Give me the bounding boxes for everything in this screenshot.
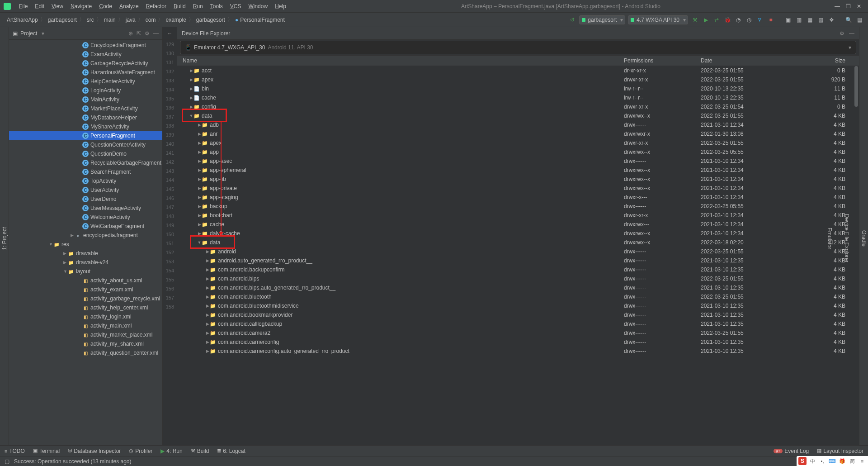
breadcrumb-ArtShareApp[interactable]: ArtShareApp bbox=[5, 17, 40, 23]
expand-arrow-icon[interactable]: ▶ bbox=[205, 340, 210, 344]
hide-icon[interactable]: — bbox=[153, 30, 159, 37]
expand-arrow-icon[interactable]: ▶ bbox=[197, 150, 202, 154]
breadcrumb-java[interactable]: java bbox=[123, 17, 138, 23]
sync-icon[interactable]: ↺ bbox=[568, 16, 576, 24]
tab-event-log[interactable]: 9+ Event Log bbox=[774, 448, 809, 454]
expand-arrow-icon[interactable]: ▶ bbox=[205, 322, 210, 326]
close-button[interactable]: ✕ bbox=[854, 3, 864, 10]
file-row-com.android.camera2[interactable]: ▶📁com.android.camera2drwx------2022-03-2… bbox=[177, 328, 859, 338]
menu-edit[interactable]: Edit bbox=[31, 3, 48, 10]
tree-item-layout[interactable]: ▼📁layout bbox=[9, 267, 162, 276]
tree-item-HazardousWasteFragment[interactable]: CHazardousWasteFragment bbox=[9, 68, 162, 77]
col-perm[interactable]: Permissions bbox=[624, 57, 701, 64]
menu-analyze[interactable]: Analyze bbox=[116, 3, 142, 10]
tree-item-activity_login.xml[interactable]: ◧activity_login.xml bbox=[9, 312, 162, 321]
run-config-select[interactable]: garbagesort bbox=[579, 15, 625, 24]
scrollbar-thumb[interactable] bbox=[854, 66, 858, 107]
tree-item-SearchFragment[interactable]: CSearchFragment bbox=[9, 167, 162, 176]
tree-item-res[interactable]: ▼📁res bbox=[9, 240, 162, 249]
expand-arrow-icon[interactable]: ▼ bbox=[189, 114, 193, 118]
expand-arrow-icon[interactable]: ▶ bbox=[197, 177, 202, 181]
tree-item-HelpCenterActivity[interactable]: CHelpCenterActivity bbox=[9, 77, 162, 86]
file-row-cache[interactable]: ▶📄cachelrw-r--r--2020-10-13 22:3511 B bbox=[177, 93, 859, 102]
theme-icon[interactable]: ❖ bbox=[827, 16, 835, 24]
maximize-button[interactable]: ❐ bbox=[843, 3, 854, 10]
expand-arrow-icon[interactable]: ▶ bbox=[189, 68, 193, 73]
tree-item-EncyclopediaFragment[interactable]: CEncyclopediaFragment bbox=[9, 41, 162, 50]
ime-bar[interactable]: S 中 •, ⌨ 🎁 简 ≡ bbox=[797, 456, 868, 466]
tree-item-QuestionCenterActivity[interactable]: CQuestionCenterActivity bbox=[9, 140, 162, 149]
tree-item-PersonalFragment[interactable]: CPersonalFragment bbox=[9, 131, 162, 140]
expand-arrow-icon[interactable]: ▶ bbox=[189, 86, 193, 91]
tree-item-activity_question_center.xml[interactable]: ◧activity_question_center.xml bbox=[9, 348, 162, 357]
file-row-app-private[interactable]: ▶📁app-privatedrwxrwx--x2021-03-10 12:344… bbox=[177, 184, 859, 193]
profiler-icon[interactable]: ◷ bbox=[745, 16, 753, 24]
project-tree[interactable]: CEncyclopediaFragmentCExamActivityCGarba… bbox=[9, 40, 162, 445]
expand-arrow-icon[interactable]: ▶ bbox=[205, 331, 210, 335]
debug-icon[interactable]: 🐞 bbox=[723, 16, 731, 24]
ime-punct[interactable]: •, bbox=[818, 457, 826, 465]
tab-project[interactable]: 1: Project bbox=[0, 224, 9, 253]
expand-arrow-icon[interactable]: ▼ bbox=[197, 240, 202, 245]
expand-arrow-icon[interactable]: ▶ bbox=[197, 213, 202, 218]
settings-icon[interactable]: ▤ bbox=[855, 16, 863, 24]
run-icon[interactable]: ▶ bbox=[702, 16, 710, 24]
attach-icon[interactable]: ⛛ bbox=[756, 16, 764, 24]
tree-item-activity_main.xml[interactable]: ◧activity_main.xml bbox=[9, 321, 162, 330]
breadcrumb-com[interactable]: com bbox=[143, 17, 158, 23]
target-icon[interactable]: ⊕ bbox=[128, 30, 133, 37]
col-date[interactable]: Date bbox=[701, 57, 814, 64]
expand-arrow-icon[interactable]: ▶ bbox=[197, 141, 202, 145]
toolwindow-toggle-icon[interactable]: ▢ bbox=[5, 458, 9, 465]
col-name[interactable]: Name bbox=[177, 57, 624, 64]
menu-window[interactable]: Window bbox=[245, 3, 271, 10]
device-select[interactable]: 4.7 WXGA API 30 bbox=[628, 15, 688, 24]
menu-refactor[interactable]: Refactor bbox=[142, 3, 170, 10]
tree-item-RecyclableGarbageFragment[interactable]: CRecyclableGarbageFragment bbox=[9, 158, 162, 167]
tree-item-QuestionDemo[interactable]: CQuestionDemo bbox=[9, 149, 162, 158]
tab-todo[interactable]: ≡ TODO bbox=[5, 448, 25, 454]
sdk-icon[interactable]: ▥ bbox=[795, 16, 803, 24]
ime-menu-icon[interactable]: ≡ bbox=[858, 457, 866, 465]
layout-icon[interactable]: ▧ bbox=[816, 16, 825, 24]
tree-item-MarketPlaceActivity[interactable]: CMarketPlaceActivity bbox=[9, 104, 162, 113]
tree-item-activity_exam.xml[interactable]: ◧activity_exam.xml bbox=[9, 285, 162, 294]
file-row-dalvik-cache[interactable]: ▶📁dalvik-cachedrwxrwx--x2021-03-10 12:34… bbox=[177, 229, 859, 238]
menu-file[interactable]: File bbox=[15, 3, 31, 10]
tree-item-WelcomeActivity[interactable]: CWelcomeActivity bbox=[9, 213, 162, 222]
collapse-icon[interactable]: ⇱ bbox=[137, 30, 141, 37]
file-row-com.android.carrierconfig.auto_generated_rro_product__[interactable]: ▶📁com.android.carrierconfig.auto_generat… bbox=[177, 347, 859, 356]
resource-icon[interactable]: ▦ bbox=[806, 16, 814, 24]
tab-profiler[interactable]: ◷ Profiler bbox=[129, 448, 152, 454]
file-row-data[interactable]: ▼📁datadrwxrwx--x2022-03-25 01:554 KB bbox=[177, 111, 859, 120]
hide-icon[interactable]: — bbox=[849, 30, 854, 37]
expand-arrow-icon[interactable]: ▶ bbox=[205, 304, 210, 308]
ime-logo-icon[interactable]: S bbox=[798, 457, 807, 465]
breadcrumb-example[interactable]: example bbox=[163, 17, 188, 23]
file-row-com.android.bips.auto_generated_rro_product__[interactable]: ▶📁com.android.bips.auto_generated_rro_pr… bbox=[177, 283, 859, 292]
apply-changes-icon[interactable]: ⇄ bbox=[712, 16, 721, 24]
tab-gradle[interactable]: Gradle bbox=[860, 228, 868, 249]
tree-item-encyclopedia.fragment[interactable]: ▶▸encyclopedia.fragment bbox=[9, 231, 162, 240]
file-row-com.android.bookmarkprovider[interactable]: ▶📁com.android.bookmarkproviderdrwx------… bbox=[177, 310, 859, 319]
file-row-app-staging[interactable]: ▶📁app-stagingdrwxr-x---2021-03-10 12:344… bbox=[177, 193, 859, 202]
tree-item-MyShareActivity[interactable]: CMyShareActivity bbox=[9, 122, 162, 131]
editor-back-icon[interactable]: ← bbox=[163, 27, 177, 40]
menu-build[interactable]: Build bbox=[170, 3, 189, 10]
tree-item-activity_about_us.xml[interactable]: ◧activity_about_us.xml bbox=[9, 276, 162, 285]
tree-item-activity_garbage_recycle.xml[interactable]: ◧activity_garbage_recycle.xml bbox=[9, 294, 162, 303]
file-row-backup[interactable]: ▶📁backupdrwx------2022-03-25 05:554 KB bbox=[177, 202, 859, 211]
expand-arrow-icon[interactable]: ▶ bbox=[197, 168, 202, 172]
expand-arrow-icon[interactable]: ▶ bbox=[197, 159, 202, 163]
breadcrumb-PersonalFragment[interactable]: PersonalFragment bbox=[233, 17, 287, 23]
tree-item-WetGarbageFragment[interactable]: CWetGarbageFragment bbox=[9, 222, 162, 231]
expand-arrow-icon[interactable]: ▶ bbox=[197, 186, 202, 190]
tree-item-ExamActivity[interactable]: CExamActivity bbox=[9, 50, 162, 59]
tree-item-drawable-v24[interactable]: ▶📁drawable-v24 bbox=[9, 258, 162, 267]
tree-item-activity_market_place.xml[interactable]: ◧activity_market_place.xml bbox=[9, 330, 162, 339]
tree-item-TopActivity[interactable]: CTopActivity bbox=[9, 176, 162, 185]
project-view-select[interactable]: ▣ Project bbox=[13, 30, 44, 37]
menu-help[interactable]: Help bbox=[271, 3, 290, 10]
tab-database[interactable]: ⛁ Database Inspector bbox=[68, 448, 121, 454]
tree-item-drawable[interactable]: ▶📁drawable bbox=[9, 249, 162, 258]
